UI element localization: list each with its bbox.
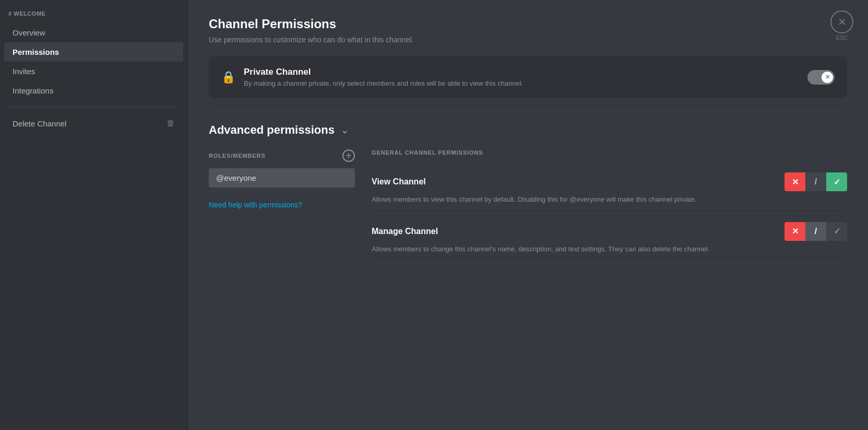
sidebar-divider	[8, 107, 179, 107]
permissions-column-label: GENERAL CHANNEL PERMISSIONS	[372, 149, 847, 156]
private-channel-desc: By making a channel private, only select…	[244, 79, 523, 87]
permission-row-view-channel: View Channel ✕ / ✓ Allows members to vie…	[372, 164, 847, 214]
sidebar-item-permissions-label: Permissions	[13, 48, 59, 56]
roles-column: ROLES/MEMBERS + @everyone Need help with…	[209, 149, 355, 263]
roles-divider	[209, 192, 355, 192]
manage-channel-allow-button[interactable]: ✓	[826, 222, 847, 241]
private-channel-card: 🔒 Private Channel By making a channel pr…	[209, 56, 847, 98]
view-channel-deny-button[interactable]: ✕	[784, 172, 805, 191]
private-channel-toggle[interactable]	[807, 70, 835, 85]
manage-channel-neutral-button[interactable]: /	[805, 222, 826, 241]
permission-row-view-channel-header: View Channel ✕ / ✓	[372, 172, 847, 191]
private-channel-title: Private Channel	[244, 67, 523, 77]
close-icon: ✕	[838, 16, 847, 28]
sidebar: # WELCOME Overview Permissions Invites I…	[0, 0, 188, 430]
roles-column-header: ROLES/MEMBERS +	[209, 149, 355, 162]
private-channel-left: 🔒 Private Channel By making a channel pr…	[221, 67, 523, 87]
help-link[interactable]: Need help with permissions?	[209, 201, 355, 209]
chevron-down-icon[interactable]: ⌄	[341, 124, 349, 136]
role-item-everyone[interactable]: @everyone	[209, 168, 355, 188]
sidebar-item-overview-label: Overview	[13, 28, 45, 37]
main-content: ✕ ESC Channel Permissions Use permission…	[188, 0, 868, 430]
lock-icon: 🔒	[221, 71, 235, 84]
permission-view-channel-name: View Channel	[372, 177, 426, 187]
channel-label: # WELCOME	[0, 10, 187, 23]
permissions-column: GENERAL CHANNEL PERMISSIONS View Channel…	[372, 149, 847, 263]
permission-manage-channel-controls: ✕ / ✓	[784, 222, 847, 241]
manage-channel-deny-button[interactable]: ✕	[784, 222, 805, 241]
page-title: Channel Permissions	[209, 17, 847, 31]
sidebar-item-overview[interactable]: Overview	[4, 23, 183, 42]
sidebar-item-invites[interactable]: Invites	[4, 62, 183, 81]
sidebar-item-permissions[interactable]: Permissions	[4, 42, 183, 62]
permission-view-channel-desc: Allows members to view this channel by d…	[372, 194, 847, 205]
view-channel-allow-button[interactable]: ✓	[826, 172, 847, 191]
delete-channel-label: Delete Channel	[13, 119, 66, 128]
permission-row-manage-channel: Manage Channel ✕ / ✓ Allows members to c…	[372, 214, 847, 263]
esc-label: ESC	[830, 34, 853, 41]
roles-column-label: ROLES/MEMBERS	[209, 153, 266, 159]
close-button[interactable]: ✕	[830, 10, 853, 33]
add-role-button[interactable]: +	[342, 149, 355, 162]
page-subtitle: Use permissions to customize who can do …	[209, 36, 847, 44]
trash-icon: 🗑	[167, 119, 175, 128]
permissions-layout: ROLES/MEMBERS + @everyone Need help with…	[209, 149, 847, 263]
permission-manage-channel-name: Manage Channel	[372, 227, 438, 236]
advanced-permissions-title: Advanced permissions	[209, 123, 335, 137]
sidebar-item-delete-channel[interactable]: Delete Channel 🗑	[4, 113, 183, 133]
sidebar-item-integrations-label: Integrations	[13, 86, 53, 95]
permission-view-channel-controls: ✕ / ✓	[784, 172, 847, 191]
permission-row-manage-channel-header: Manage Channel ✕ / ✓	[372, 222, 847, 241]
advanced-permissions-header: Advanced permissions ⌄	[209, 123, 847, 137]
sidebar-item-integrations[interactable]: Integrations	[4, 81, 183, 100]
permission-manage-channel-desc: Allows members to change this channel's …	[372, 244, 847, 254]
view-channel-neutral-button[interactable]: /	[805, 172, 826, 191]
sidebar-item-invites-label: Invites	[13, 67, 35, 76]
private-channel-info: Private Channel By making a channel priv…	[244, 67, 523, 87]
section-divider	[209, 110, 847, 111]
role-item-everyone-label: @everyone	[216, 173, 256, 182]
